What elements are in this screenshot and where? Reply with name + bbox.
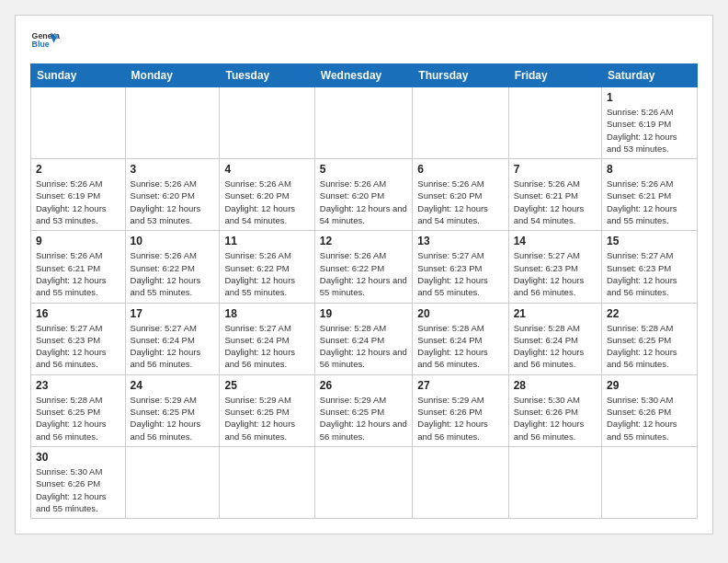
day-cell [413, 87, 508, 159]
day-number: 6 [417, 163, 503, 176]
day-cell: 13Sunrise: 5:27 AM Sunset: 6:23 PM Dayli… [413, 231, 508, 303]
day-number: 28 [514, 379, 597, 392]
day-number: 14 [514, 235, 597, 247]
day-number: 3 [131, 163, 215, 176]
day-info: Sunrise: 5:30 AM Sunset: 6:26 PM Dayligh… [36, 465, 120, 514]
day-info: Sunrise: 5:27 AM Sunset: 6:23 PM Dayligh… [607, 249, 692, 298]
day-info: Sunrise: 5:26 AM Sunset: 6:21 PM Dayligh… [607, 178, 692, 226]
day-cell: 11Sunrise: 5:26 AM Sunset: 6:22 PM Dayli… [220, 231, 314, 303]
day-info: Sunrise: 5:28 AM Sunset: 6:24 PM Dayligh… [514, 322, 597, 371]
day-number: 16 [36, 307, 120, 320]
day-cell: 26Sunrise: 5:29 AM Sunset: 6:25 PM Dayli… [314, 374, 412, 446]
day-cell: 24Sunrise: 5:29 AM Sunset: 6:25 PM Dayli… [125, 374, 220, 446]
day-cell: 3Sunrise: 5:26 AM Sunset: 6:20 PM Daylig… [125, 159, 220, 231]
day-cell [508, 87, 601, 159]
week-row-1: 2Sunrise: 5:26 AM Sunset: 6:19 PM Daylig… [31, 159, 698, 231]
day-info: Sunrise: 5:30 AM Sunset: 6:26 PM Dayligh… [607, 394, 692, 442]
day-number: 4 [224, 163, 309, 176]
day-cell [314, 87, 412, 159]
day-cell [314, 446, 412, 518]
day-number: 10 [131, 235, 215, 247]
day-number: 29 [607, 379, 692, 392]
weekday-header-friday: Friday [508, 64, 601, 87]
day-number: 30 [36, 451, 120, 464]
day-cell: 2Sunrise: 5:26 AM Sunset: 6:19 PM Daylig… [31, 159, 126, 231]
day-cell: 17Sunrise: 5:27 AM Sunset: 6:24 PM Dayli… [125, 303, 220, 374]
day-info: Sunrise: 5:28 AM Sunset: 6:24 PM Dayligh… [417, 322, 503, 371]
day-cell [508, 446, 601, 518]
day-info: Sunrise: 5:27 AM Sunset: 6:23 PM Dayligh… [417, 249, 503, 298]
day-cell: 20Sunrise: 5:28 AM Sunset: 6:24 PM Dayli… [413, 303, 508, 374]
day-info: Sunrise: 5:26 AM Sunset: 6:21 PM Dayligh… [514, 178, 597, 226]
day-info: Sunrise: 5:27 AM Sunset: 6:24 PM Dayligh… [224, 322, 309, 371]
day-cell: 1Sunrise: 5:26 AM Sunset: 6:19 PM Daylig… [602, 87, 698, 159]
day-number: 21 [514, 307, 597, 320]
day-number: 2 [36, 163, 120, 176]
week-row-5: 30Sunrise: 5:30 AM Sunset: 6:26 PM Dayli… [31, 446, 698, 518]
calendar-container: General Blue SundayMondayTuesdayWednesda… [15, 15, 713, 534]
day-info: Sunrise: 5:26 AM Sunset: 6:20 PM Dayligh… [131, 178, 215, 226]
day-number: 5 [320, 163, 407, 176]
day-info: Sunrise: 5:26 AM Sunset: 6:22 PM Dayligh… [131, 249, 215, 298]
day-info: Sunrise: 5:29 AM Sunset: 6:25 PM Dayligh… [320, 394, 407, 442]
weekday-header-row: SundayMondayTuesdayWednesdayThursdayFrid… [31, 64, 698, 87]
day-cell: 19Sunrise: 5:28 AM Sunset: 6:24 PM Dayli… [314, 303, 412, 374]
day-cell: 10Sunrise: 5:26 AM Sunset: 6:22 PM Dayli… [125, 231, 220, 303]
day-info: Sunrise: 5:30 AM Sunset: 6:26 PM Dayligh… [514, 394, 597, 442]
day-number: 23 [36, 379, 120, 392]
day-number: 19 [320, 307, 407, 320]
day-number: 11 [224, 235, 309, 247]
day-info: Sunrise: 5:27 AM Sunset: 6:23 PM Dayligh… [36, 322, 120, 371]
generalblue-logo-icon: General Blue [30, 27, 60, 56]
day-cell: 23Sunrise: 5:28 AM Sunset: 6:25 PM Dayli… [31, 374, 126, 446]
day-info: Sunrise: 5:26 AM Sunset: 6:20 PM Dayligh… [417, 178, 503, 226]
day-cell: 8Sunrise: 5:26 AM Sunset: 6:21 PM Daylig… [602, 159, 698, 231]
day-info: Sunrise: 5:27 AM Sunset: 6:23 PM Dayligh… [514, 249, 597, 298]
day-cell: 4Sunrise: 5:26 AM Sunset: 6:20 PM Daylig… [220, 159, 314, 231]
day-info: Sunrise: 5:28 AM Sunset: 6:25 PM Dayligh… [36, 394, 120, 442]
day-number: 25 [224, 379, 309, 392]
day-cell: 7Sunrise: 5:26 AM Sunset: 6:21 PM Daylig… [508, 159, 601, 231]
day-number: 18 [224, 307, 309, 320]
day-cell: 18Sunrise: 5:27 AM Sunset: 6:24 PM Dayli… [220, 303, 314, 374]
day-cell: 14Sunrise: 5:27 AM Sunset: 6:23 PM Dayli… [508, 231, 601, 303]
day-number: 15 [607, 235, 692, 247]
day-info: Sunrise: 5:26 AM Sunset: 6:19 PM Dayligh… [36, 178, 120, 226]
weekday-header-saturday: Saturday [602, 64, 698, 87]
day-cell [413, 446, 508, 518]
day-cell [125, 446, 220, 518]
day-cell: 9Sunrise: 5:26 AM Sunset: 6:21 PM Daylig… [31, 231, 126, 303]
header: General Blue [30, 27, 698, 56]
day-info: Sunrise: 5:26 AM Sunset: 6:20 PM Dayligh… [224, 178, 309, 226]
day-cell: 29Sunrise: 5:30 AM Sunset: 6:26 PM Dayli… [602, 374, 698, 446]
day-cell: 5Sunrise: 5:26 AM Sunset: 6:20 PM Daylig… [314, 159, 412, 231]
day-cell: 27Sunrise: 5:29 AM Sunset: 6:26 PM Dayli… [413, 374, 508, 446]
day-number: 24 [131, 379, 215, 392]
day-info: Sunrise: 5:26 AM Sunset: 6:22 PM Dayligh… [224, 249, 309, 298]
day-info: Sunrise: 5:27 AM Sunset: 6:24 PM Dayligh… [131, 322, 215, 371]
day-cell [220, 446, 314, 518]
svg-text:Blue: Blue [32, 40, 50, 49]
logo: General Blue [30, 27, 60, 56]
day-number: 22 [607, 307, 692, 320]
day-cell [125, 87, 220, 159]
day-cell: 28Sunrise: 5:30 AM Sunset: 6:26 PM Dayli… [508, 374, 601, 446]
day-cell: 15Sunrise: 5:27 AM Sunset: 6:23 PM Dayli… [602, 231, 698, 303]
day-number: 27 [417, 379, 503, 392]
week-row-4: 23Sunrise: 5:28 AM Sunset: 6:25 PM Dayli… [31, 374, 698, 446]
day-cell: 12Sunrise: 5:26 AM Sunset: 6:22 PM Dayli… [314, 231, 412, 303]
day-number: 8 [607, 163, 692, 176]
day-info: Sunrise: 5:29 AM Sunset: 6:25 PM Dayligh… [131, 394, 215, 442]
weekday-header-tuesday: Tuesday [220, 64, 314, 87]
day-info: Sunrise: 5:29 AM Sunset: 6:25 PM Dayligh… [224, 394, 309, 442]
day-cell [31, 87, 126, 159]
day-cell [602, 446, 698, 518]
day-cell: 30Sunrise: 5:30 AM Sunset: 6:26 PM Dayli… [31, 446, 126, 518]
day-info: Sunrise: 5:26 AM Sunset: 6:20 PM Dayligh… [320, 178, 407, 226]
day-number: 1 [607, 91, 692, 104]
day-info: Sunrise: 5:28 AM Sunset: 6:25 PM Dayligh… [607, 322, 692, 371]
calendar-table: SundayMondayTuesdayWednesdayThursdayFrid… [30, 63, 698, 519]
weekday-header-thursday: Thursday [413, 64, 508, 87]
day-cell: 6Sunrise: 5:26 AM Sunset: 6:20 PM Daylig… [413, 159, 508, 231]
week-row-2: 9Sunrise: 5:26 AM Sunset: 6:21 PM Daylig… [31, 231, 698, 303]
